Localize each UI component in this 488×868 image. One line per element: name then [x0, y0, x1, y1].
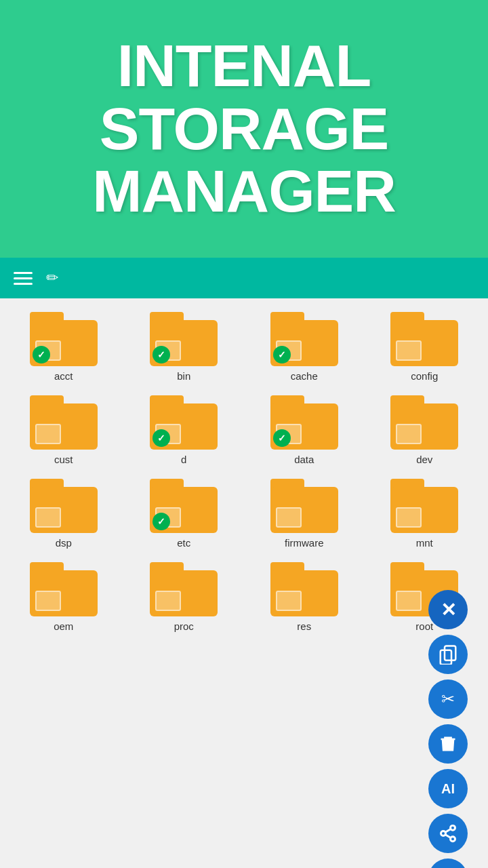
folder-name: oem — [54, 620, 73, 632]
folder-icon — [390, 312, 458, 366]
folder-item[interactable]: ✓ cache — [244, 305, 365, 389]
folder-name: acct — [54, 370, 73, 382]
folder-name: etc — [177, 537, 190, 549]
svg-rect-0 — [445, 646, 455, 660]
folder-icon: ✓ — [150, 312, 218, 366]
folder-name: cache — [291, 370, 318, 382]
folder-icon: ✓ — [150, 479, 218, 533]
folder-name: dev — [416, 454, 432, 465]
folder-grid: ✓ acct ✓ bin ✓ cache config — [0, 298, 488, 646]
folder-item[interactable]: proc — [124, 555, 245, 639]
svg-line-5 — [445, 835, 451, 838]
folder-item[interactable]: ✓ acct — [3, 305, 124, 389]
folder-icon — [270, 562, 338, 616]
hamburger-menu-button[interactable] — [14, 272, 33, 285]
folder-name: proc — [174, 620, 194, 632]
svg-line-6 — [445, 829, 451, 833]
folder-item[interactable]: firmware — [244, 472, 365, 555]
folder-icon — [30, 479, 98, 533]
folder-icon — [150, 562, 218, 616]
folder-item[interactable]: ✓ bin — [124, 305, 245, 389]
folder-icon — [30, 395, 98, 450]
folder-name: bin — [177, 370, 190, 382]
folder-icon: ✓ — [150, 395, 218, 450]
folder-name: dsp — [56, 537, 72, 549]
svg-point-2 — [451, 825, 455, 830]
share-button[interactable] — [428, 814, 468, 853]
folder-item[interactable]: config — [365, 305, 485, 389]
delete-button[interactable] — [428, 724, 468, 764]
folder-item[interactable]: res — [244, 555, 365, 639]
ai-button[interactable]: AI — [428, 769, 468, 808]
folder-item[interactable]: cust — [3, 389, 124, 472]
folder-name: firmware — [285, 537, 324, 549]
edit-button[interactable]: ✏ — [46, 269, 58, 287]
folder-name: data — [294, 454, 314, 465]
toolbar: ✏ — [0, 258, 488, 298]
folder-name: d — [181, 454, 186, 465]
folder-item[interactable]: dev — [365, 389, 485, 472]
action-buttons-panel: ✕ ✂ AI — [428, 590, 468, 868]
folder-icon — [30, 562, 98, 616]
check-badge: ✓ — [33, 346, 50, 363]
folder-item[interactable]: ✓ etc — [124, 472, 245, 555]
folder-item[interactable]: dsp — [3, 472, 124, 555]
cut-button[interactable]: ✂ — [428, 679, 468, 719]
svg-rect-1 — [441, 650, 451, 665]
folder-item[interactable]: mnt — [365, 472, 485, 555]
check-badge: ✓ — [273, 346, 291, 363]
folder-icon — [270, 479, 338, 533]
folder-icon — [390, 395, 458, 450]
folder-icon — [390, 479, 458, 533]
check-badge: ✓ — [273, 429, 291, 447]
copy-button[interactable] — [428, 635, 468, 674]
select-all-button[interactable] — [428, 859, 468, 868]
app-title: INTENALSTORAGEMANAGER — [92, 35, 396, 222]
folder-item[interactable]: ✓ d — [124, 389, 245, 472]
folder-name: mnt — [416, 537, 433, 549]
svg-point-3 — [441, 831, 446, 836]
app-header: INTENALSTORAGEMANAGER — [0, 0, 488, 258]
folder-icon: ✓ — [270, 395, 338, 450]
folder-item[interactable]: ✓ data — [244, 389, 365, 472]
folder-name: config — [411, 370, 438, 382]
folder-item[interactable]: oem — [3, 555, 124, 639]
folder-icon: ✓ — [30, 312, 98, 366]
folder-name: cust — [54, 454, 73, 465]
folder-icon: ✓ — [270, 312, 338, 366]
close-button[interactable]: ✕ — [428, 590, 468, 629]
folder-name: res — [297, 620, 311, 632]
svg-point-4 — [451, 837, 455, 842]
file-grid-container: ✕ ✂ AI — [0, 298, 488, 868]
